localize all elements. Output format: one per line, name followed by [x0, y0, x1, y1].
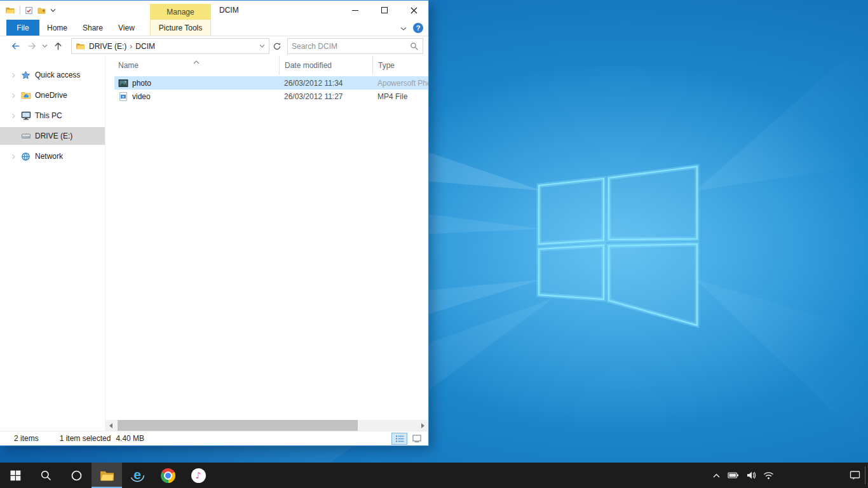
taskbar-search-button[interactable] [31, 463, 61, 488]
ribbon-right-controls: ? [400, 20, 423, 36]
date-modified-cell: 26/03/2012 11:34 [279, 79, 372, 88]
expand-chevron-icon[interactable] [10, 72, 17, 78]
minimize-icon [352, 10, 358, 11]
horizontal-scrollbar[interactable] [105, 420, 428, 431]
svg-text:e: e [133, 467, 141, 482]
breadcrumb-drive[interactable]: DRIVE (E:) [89, 42, 126, 51]
address-dropdown-chevron-icon[interactable] [256, 39, 268, 53]
volume-icon[interactable] [746, 471, 756, 480]
column-header-type[interactable]: Type [372, 56, 428, 75]
customize-quick-access-chevron-icon[interactable] [50, 8, 56, 13]
action-center-button[interactable] [850, 463, 860, 488]
sidebar-item-label: Quick access [35, 71, 80, 79]
sidebar-item-drive-e[interactable]: DRIVE (E:) [0, 127, 105, 145]
onedrive-icon [20, 90, 31, 100]
scrollbar-track[interactable] [116, 420, 417, 431]
window-title: DCIM [219, 1, 239, 20]
cortana-button[interactable] [61, 463, 92, 488]
taskbar-chrome-button[interactable] [153, 463, 183, 488]
large-icons-view-button[interactable] [409, 433, 424, 445]
help-button[interactable]: ? [413, 23, 423, 33]
desktop-screen: Manage DCIM File Home Share View Picture… [0, 0, 868, 488]
selected-size: 4.40 MB [116, 434, 144, 443]
scroll-right-arrow-icon[interactable] [417, 420, 428, 431]
maximize-icon [381, 7, 388, 13]
refresh-icon[interactable] [271, 38, 283, 54]
recent-locations-chevron-icon[interactable] [39, 38, 50, 54]
ie-icon: e [129, 467, 146, 484]
windows-logo-icon [10, 470, 21, 481]
sidebar-item-this-pc[interactable]: This PC [0, 107, 105, 125]
file-list-area: Name Date modified Type photo 26/03/2012… [105, 56, 428, 431]
manage-contextual-group[interactable]: Manage [150, 4, 211, 20]
quick-access-toolbar [0, 5, 56, 15]
breadcrumb: DRIVE (E:) › DCIM [89, 42, 256, 51]
start-button[interactable] [0, 463, 31, 488]
file-rows: photo 26/03/2012 11:34 Apowersoft Pho vi… [105, 75, 428, 420]
search-box [287, 38, 423, 54]
properties-icon[interactable] [25, 6, 33, 15]
window-content: Quick access OneDrive [0, 56, 428, 431]
battery-icon[interactable] [728, 471, 739, 479]
type-cell: Apowersoft Pho [372, 79, 428, 88]
file-name: photo [132, 79, 151, 88]
sidebar-item-network[interactable]: Network [0, 147, 105, 165]
titlebar[interactable]: Manage DCIM [0, 1, 428, 20]
expand-chevron-icon[interactable] [10, 154, 17, 159]
tab-view[interactable]: View [111, 20, 142, 36]
video-file-icon [118, 92, 128, 102]
minimize-button[interactable] [341, 1, 370, 20]
navigation-toolbar: DRIVE (E:) › DCIM [0, 36, 428, 56]
explorer-app-icon[interactable] [5, 5, 15, 15]
search-icon[interactable] [410, 42, 419, 51]
forward-button[interactable] [24, 38, 39, 54]
close-icon [410, 7, 417, 14]
star-icon [20, 71, 31, 80]
tab-share[interactable]: Share [75, 20, 111, 36]
breadcrumb-dcim[interactable]: DCIM [135, 42, 155, 51]
scrollbar-thumb[interactable] [118, 420, 358, 431]
hidden-icons-chevron-icon[interactable] [712, 473, 721, 478]
close-button[interactable] [399, 1, 428, 20]
drive-icon [20, 131, 31, 141]
status-bar: 2 items 1 item selected 4.40 MB [0, 431, 428, 445]
selected-count: 1 item selected [60, 434, 111, 443]
sidebar-item-quick-access[interactable]: Quick access [0, 66, 105, 84]
search-input[interactable] [292, 42, 410, 51]
column-header-date-modified[interactable]: Date modified [279, 56, 372, 75]
large-icons-view-icon [412, 435, 421, 443]
sidebar-item-label: DRIVE (E:) [35, 132, 72, 140]
computer-icon [20, 111, 31, 121]
qat-separator [20, 6, 20, 15]
back-button[interactable] [6, 38, 24, 54]
new-folder-icon[interactable] [37, 6, 46, 15]
expand-ribbon-chevron-icon[interactable] [400, 22, 407, 34]
tab-picture-tools[interactable]: Picture Tools [150, 20, 211, 36]
file-row-video[interactable]: video 26/03/2012 11:27 MP4 File [114, 90, 428, 103]
wifi-icon[interactable] [763, 471, 774, 480]
sidebar-item-onedrive[interactable]: OneDrive [0, 86, 105, 104]
scroll-left-arrow-icon[interactable] [105, 420, 116, 431]
file-row-photo[interactable]: photo 26/03/2012 11:34 Apowersoft Pho [114, 76, 428, 90]
expand-chevron-icon[interactable] [10, 113, 17, 119]
taskbar-file-explorer-button[interactable] [92, 463, 122, 488]
tab-home[interactable]: Home [39, 20, 75, 36]
address-bar[interactable]: DRIVE (E:) › DCIM [71, 38, 269, 54]
network-icon [20, 152, 31, 161]
type-cell: MP4 File [372, 92, 428, 101]
expand-chevron-icon[interactable] [10, 93, 17, 98]
details-view-button[interactable] [391, 433, 407, 445]
taskbar-internet-explorer-button[interactable]: e [122, 463, 153, 488]
date-modified-cell: 26/03/2012 11:27 [279, 92, 372, 101]
address-folder-icon [76, 41, 85, 51]
up-button[interactable] [50, 38, 66, 54]
view-toggle-buttons [391, 433, 424, 445]
column-headers: Name Date modified Type [114, 56, 428, 75]
file-explorer-window: Manage DCIM File Home Share View Picture… [0, 0, 429, 446]
taskbar: e ♪ [0, 463, 868, 488]
taskbar-itunes-button[interactable]: ♪ [183, 463, 214, 488]
show-desktop-button[interactable] [865, 466, 868, 484]
file-tab[interactable]: File [6, 20, 39, 36]
maximize-button[interactable] [370, 1, 399, 20]
file-name: video [132, 92, 151, 101]
